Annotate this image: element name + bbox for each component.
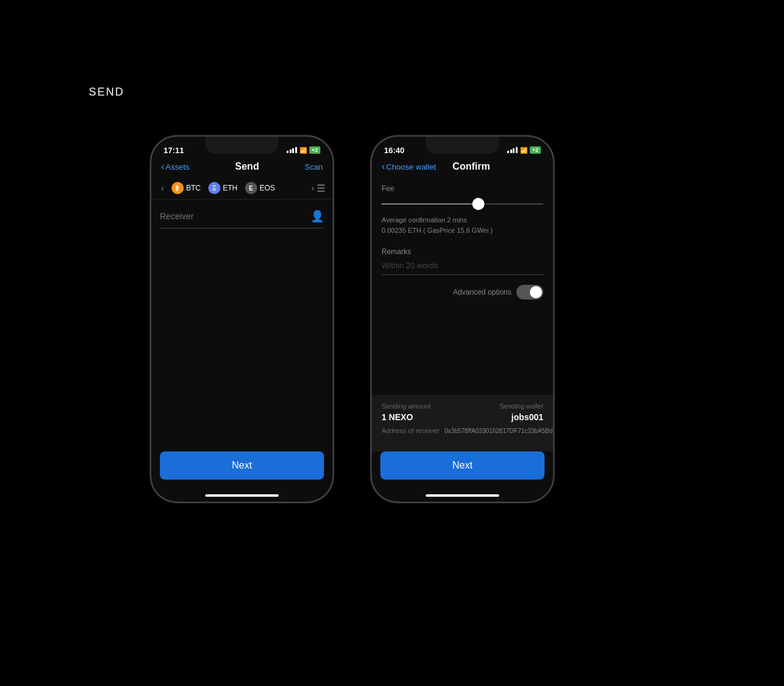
coin-item-btc[interactable]: ₿ BTC (172, 182, 201, 194)
phone-2: 16:40 📶 +2 ‹ Choose wallet (371, 135, 554, 503)
remarks-placeholder: Within 20 words (382, 261, 438, 270)
eth-label: ETH (223, 184, 238, 192)
page-title: SEND (89, 86, 124, 99)
fee-slider[interactable] (382, 198, 543, 210)
back-button-1[interactable]: ‹ Assets (161, 161, 189, 172)
wifi-icon-2: 📶 (520, 147, 527, 154)
summary-wallet: jobs001 (511, 412, 543, 422)
nav-title-1: Send (235, 161, 259, 172)
status-icons-1: 📶 +2 (287, 146, 320, 154)
address-label: Address of receiver (382, 427, 440, 434)
nav-title-2: Confirm (453, 161, 490, 172)
coin-item-eos[interactable]: E EOS (245, 182, 275, 194)
summary-amount: 1 NEXO (382, 412, 413, 422)
battery-icon-2: +2 (530, 146, 541, 154)
eth-icon: Ξ (208, 182, 221, 194)
back-label-2: Choose wallet (386, 162, 436, 172)
btc-icon: ₿ (172, 182, 184, 194)
status-time-1: 17:11 (164, 146, 184, 155)
signal-icon-2 (507, 147, 518, 153)
phone-1: 17:11 📶 +2 ‹ Assets (150, 135, 334, 503)
fee-thumb[interactable] (472, 198, 484, 210)
status-icons-2: 📶 +2 (507, 146, 541, 154)
next-button-1[interactable]: Next (160, 451, 324, 480)
sending-amount-label: Sending amount (382, 402, 431, 410)
spacer-2 (372, 304, 553, 395)
back-label-1: Assets (165, 162, 189, 172)
remarks-input[interactable]: Within 20 words (382, 260, 543, 275)
wifi-icon-1: 📶 (300, 147, 307, 154)
toggle-thumb (530, 286, 542, 298)
advanced-options-row: Advanced options (372, 280, 553, 304)
phones-container: 17:11 📶 +2 ‹ Assets (150, 135, 554, 503)
sending-wallet-label: Sending wallet (499, 402, 543, 410)
fee-section: Fee Average confirmation 2 mins 0.00235 … (372, 177, 553, 247)
status-bar-2: 16:40 📶 +2 (372, 137, 553, 159)
remarks-label: Remarks (382, 247, 543, 256)
battery-icon-1: +2 (309, 146, 320, 154)
fee-label: Fee (382, 184, 543, 193)
coins-list: ₿ BTC Ξ ETH E EOS (167, 182, 309, 194)
summary-header-row: Sending amount Sending wallet (382, 402, 543, 410)
coin-item-eth[interactable]: Ξ ETH (208, 182, 238, 194)
btc-label: BTC (186, 184, 201, 192)
address-value: 0x3b578ffA0330162617DF71c33bA5Bd77a2B256… (445, 427, 553, 444)
content-area-1 (151, 233, 333, 451)
nav-bar-1: ‹ Assets Send Scan (151, 159, 333, 177)
eos-icon: E (245, 182, 257, 194)
advanced-label: Advanced options (453, 288, 511, 296)
fee-confirmation: Average confirmation 2 mins 0.00235 ETH … (382, 215, 543, 235)
advanced-toggle[interactable] (516, 285, 543, 300)
contact-icon[interactable]: 👤 (311, 209, 324, 223)
receiver-input[interactable] (160, 211, 311, 221)
back-button-2[interactable]: ‹ Choose wallet (382, 161, 436, 172)
back-arrow-icon-2: ‹ (382, 161, 385, 172)
receiver-field: 👤 (160, 209, 324, 228)
summary-address-row: Address of receiver 0x3b578ffA0330162617… (382, 427, 543, 444)
status-time-2: 16:40 (384, 146, 404, 155)
scan-button[interactable]: Scan (304, 162, 323, 172)
next-button-2[interactable]: Next (380, 451, 545, 480)
remarks-section: Remarks Within 20 words (372, 247, 553, 280)
coin-prev-arrow[interactable]: ‹ (159, 183, 167, 193)
summary-section: Sending amount Sending wallet 1 NEXO job… (372, 395, 553, 451)
home-indicator-2 (426, 494, 499, 497)
home-indicator-1 (205, 494, 279, 497)
nav-bar-2: ‹ Choose wallet Confirm (372, 159, 553, 177)
summary-values-row: 1 NEXO jobs001 (382, 412, 543, 422)
fee-track-fill (382, 203, 478, 205)
fee-track (382, 203, 543, 205)
eos-label: EOS (260, 184, 275, 192)
phone-1-screen: 17:11 📶 +2 ‹ Assets (151, 137, 333, 502)
coin-next-arrow[interactable]: › (309, 183, 317, 193)
phone-2-screen: 16:40 📶 +2 ‹ Choose wallet (372, 137, 553, 502)
signal-icon-1 (287, 147, 297, 153)
coin-selector: ‹ ₿ BTC Ξ ETH E EOS › ☰ (151, 177, 333, 200)
back-arrow-icon-1: ‹ (161, 161, 164, 172)
coin-menu-icon[interactable]: ☰ (317, 183, 325, 194)
status-bar-1: 17:11 📶 +2 (151, 137, 333, 159)
